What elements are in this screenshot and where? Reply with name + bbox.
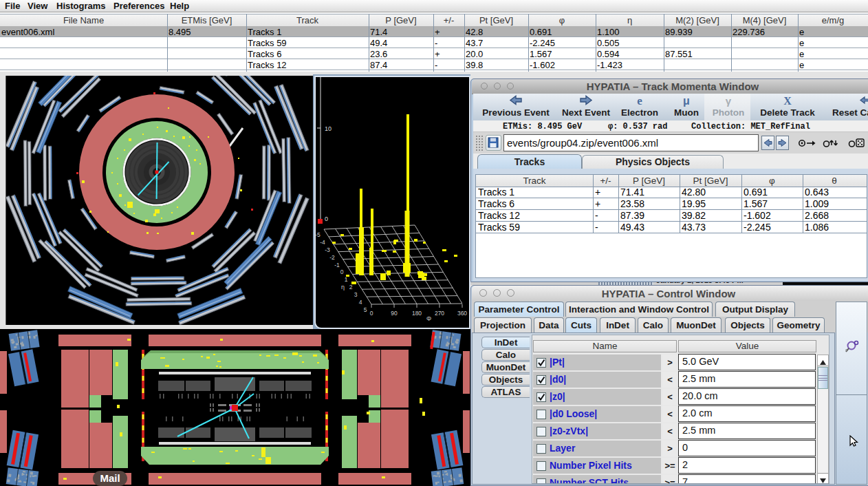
svg-text:η: η	[341, 284, 345, 290]
svg-text:90: 90	[391, 310, 398, 317]
svg-text:0: 0	[325, 215, 328, 222]
svg-text:2: 2	[349, 284, 353, 290]
svg-text:-1: -1	[334, 262, 340, 268]
svg-text:-5: -5	[315, 231, 321, 238]
svg-text:Φ: Φ	[426, 315, 431, 322]
svg-text:5: 5	[364, 306, 367, 313]
svg-text:1: 1	[345, 276, 348, 283]
svg-text:3: 3	[354, 291, 358, 298]
svg-text:10: 10	[325, 125, 332, 132]
svg-text:0: 0	[340, 268, 344, 275]
svg-text:180: 180	[412, 310, 422, 317]
svg-text:0: 0	[370, 310, 373, 317]
svg-text:-4: -4	[320, 239, 325, 246]
svg-text:360: 360	[457, 310, 467, 317]
svg-text:-2: -2	[329, 254, 335, 261]
svg-text:4: 4	[359, 299, 362, 306]
svg-text:-3: -3	[325, 246, 330, 253]
svg-text:270: 270	[435, 310, 444, 317]
